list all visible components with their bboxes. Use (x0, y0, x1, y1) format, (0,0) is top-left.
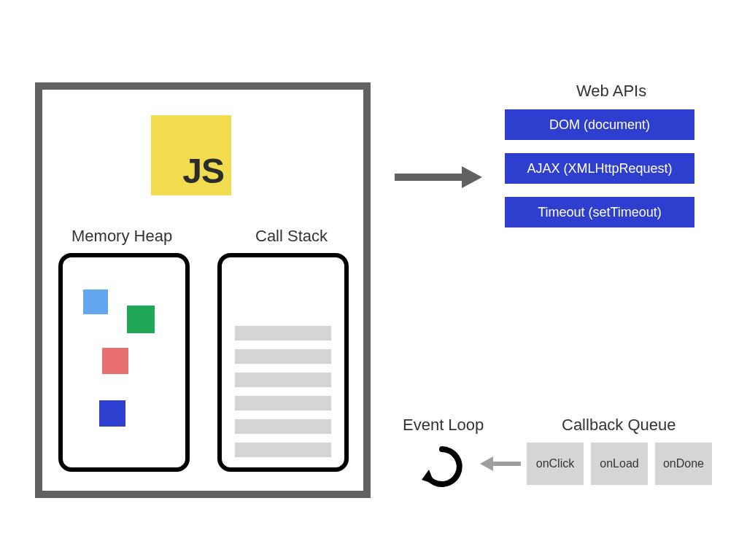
api-box-dom: DOM (document) (505, 109, 694, 140)
queue-item-label: onLoad (600, 457, 638, 470)
arrow-left-icon (480, 455, 521, 475)
api-box-label: AJAX (XMLHttpRequest) (527, 161, 672, 176)
js-logo-text: JS (182, 151, 224, 191)
stack-frame (235, 443, 331, 457)
api-box-label: DOM (document) (549, 117, 650, 133)
js-logo: JS (151, 115, 231, 195)
queue-item-label: onClick (536, 457, 574, 470)
queue-item-label: onDone (663, 457, 704, 470)
memory-heap-label: Memory Heap (71, 227, 172, 246)
heap-block (127, 306, 155, 333)
stack-frame (235, 419, 331, 434)
api-box-ajax: AJAX (XMLHttpRequest) (505, 153, 694, 184)
event-loop-label: Event Loop (403, 416, 484, 435)
api-box-timeout: Timeout (setTimeout) (505, 197, 694, 228)
queue-item: onClick (527, 443, 584, 485)
web-apis-title: Web APIs (576, 82, 646, 101)
arrow-right-icon (395, 166, 482, 191)
heap-block (83, 289, 108, 314)
call-stack-panel (217, 253, 349, 472)
queue-item: onDone (655, 443, 712, 485)
heap-block (102, 348, 128, 374)
api-box-label: Timeout (setTimeout) (538, 205, 662, 220)
callback-queue-container: onClick onLoad onDone (527, 443, 712, 485)
svg-marker-1 (462, 166, 482, 188)
stack-frame (235, 326, 331, 341)
loop-icon (419, 443, 465, 493)
svg-marker-2 (422, 470, 435, 484)
stack-frame (235, 349, 331, 364)
queue-item: onLoad (591, 443, 648, 485)
svg-marker-4 (480, 456, 493, 471)
memory-heap-panel (58, 253, 190, 472)
call-stack-label: Call Stack (255, 227, 328, 246)
callback-queue-title: Callback Queue (562, 416, 676, 435)
stack-frame (235, 373, 331, 387)
heap-block (99, 400, 125, 427)
stack-frame (235, 396, 331, 411)
